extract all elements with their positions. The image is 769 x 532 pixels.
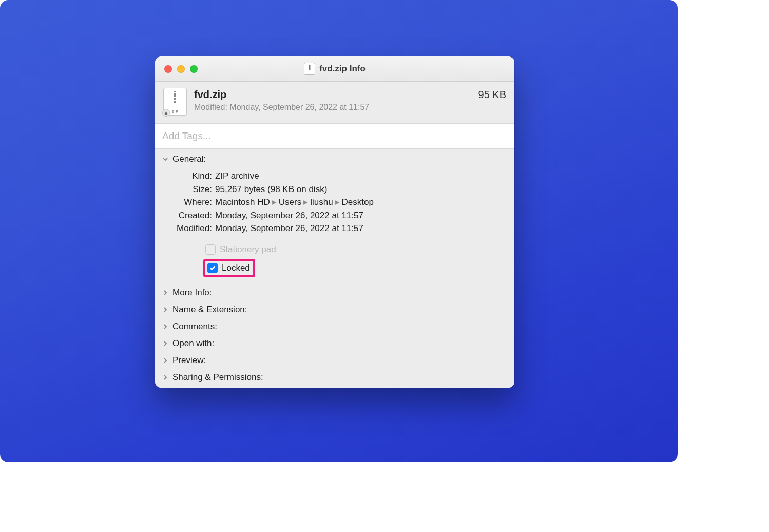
window-title: fvd.zip Info bbox=[319, 64, 366, 74]
size-label: Size: bbox=[163, 183, 212, 196]
created-value: Monday, September 26, 2022 at 11:57 bbox=[215, 209, 363, 222]
locked-highlight: Locked bbox=[203, 259, 255, 277]
chevron-right-icon bbox=[162, 324, 168, 330]
section-comments-label: Comments: bbox=[172, 321, 217, 332]
locked-label: Locked bbox=[222, 263, 250, 273]
file-header: ZIP fvd.zip Modified: Monday, September … bbox=[155, 82, 514, 123]
chevron-down-icon bbox=[162, 156, 168, 162]
section-general-label: General: bbox=[172, 154, 206, 164]
section-more-info-label: More Info: bbox=[172, 288, 212, 298]
created-label: Created: bbox=[163, 209, 212, 222]
tags-input[interactable] bbox=[161, 130, 510, 142]
titlebar[interactable]: fvd.zip Info bbox=[155, 56, 514, 82]
file-icon: ZIP bbox=[163, 88, 187, 116]
where-label: Where: bbox=[163, 196, 212, 209]
kind-value: ZIP archive bbox=[215, 169, 259, 183]
section-open-with[interactable]: Open with: bbox=[155, 335, 514, 352]
chevron-right-icon bbox=[162, 340, 168, 347]
zip-icon bbox=[304, 63, 315, 75]
chevron-right-icon bbox=[162, 290, 168, 296]
section-comments[interactable]: Comments: bbox=[155, 318, 514, 335]
stationery-pad-row: Stationery pad bbox=[205, 244, 506, 255]
stationery-pad-checkbox bbox=[205, 244, 216, 255]
minimize-button[interactable] bbox=[177, 65, 185, 73]
section-sharing-permissions[interactable]: Sharing & Permissions: bbox=[155, 369, 514, 388]
section-name-extension[interactable]: Name & Extension: bbox=[155, 301, 514, 318]
modified-value: Monday, September 26, 2022 at 11:57 bbox=[215, 222, 363, 235]
section-preview-label: Preview: bbox=[172, 355, 206, 366]
section-general-header[interactable]: General: bbox=[155, 149, 514, 167]
lock-badge-icon bbox=[162, 109, 170, 117]
locked-checkbox[interactable] bbox=[207, 263, 218, 273]
desktop-background: fvd.zip Info ZIP fvd.zip Modified: Monda… bbox=[0, 0, 678, 462]
close-button[interactable] bbox=[164, 65, 172, 73]
svg-rect-0 bbox=[165, 112, 167, 115]
file-size-summary: 95 KB bbox=[478, 89, 506, 101]
file-name: fvd.zip bbox=[194, 89, 471, 101]
chevron-right-icon bbox=[162, 307, 168, 313]
tags-field[interactable] bbox=[155, 123, 514, 149]
kind-label: Kind: bbox=[163, 169, 212, 183]
section-open-with-label: Open with: bbox=[172, 338, 214, 349]
chevron-right-icon bbox=[162, 357, 168, 364]
where-value: Macintosh HD▸Users▸liushu▸Desktop bbox=[215, 196, 374, 209]
section-sharing-permissions-label: Sharing & Permissions: bbox=[172, 372, 263, 383]
section-more-info[interactable]: More Info: bbox=[155, 284, 514, 301]
section-general-body: Kind: ZIP archive Size: 95,267 bytes (98… bbox=[155, 167, 514, 284]
modified-label: Modified: bbox=[163, 222, 212, 235]
window-controls bbox=[164, 65, 198, 73]
section-preview[interactable]: Preview: bbox=[155, 352, 514, 369]
get-info-window: fvd.zip Info ZIP fvd.zip Modified: Monda… bbox=[155, 56, 514, 388]
file-modified-summary: Modified: Monday, September 26, 2022 at … bbox=[194, 103, 471, 112]
section-name-extension-label: Name & Extension: bbox=[172, 305, 247, 315]
chevron-right-icon bbox=[162, 374, 168, 381]
size-value: 95,267 bytes (98 KB on disk) bbox=[215, 183, 327, 196]
stationery-pad-label: Stationery pad bbox=[220, 244, 276, 255]
zoom-button[interactable] bbox=[190, 65, 198, 73]
